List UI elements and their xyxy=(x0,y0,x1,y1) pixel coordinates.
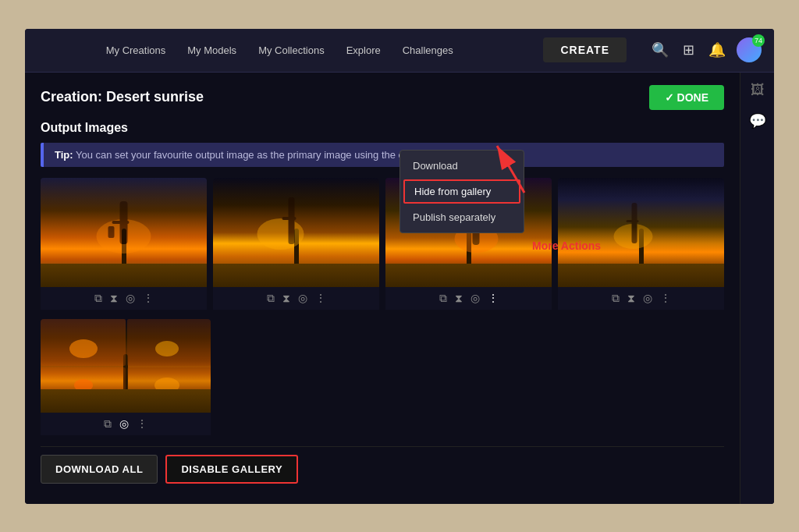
content-area: Creation: Desert sunrise ✓ DONE Output I… xyxy=(25,73,740,504)
image-card-2: ⧉ ⧗ ◎ ⋮ xyxy=(213,178,379,310)
svg-rect-12 xyxy=(627,220,639,222)
dropdown-download[interactable]: Download xyxy=(400,154,524,178)
hourglass-icon-3[interactable]: ⧗ xyxy=(455,292,463,305)
nav-links: My Creations My Models My Collections Ex… xyxy=(37,44,521,56)
nav-my-creations[interactable]: My Creations xyxy=(106,44,166,56)
svg-point-20 xyxy=(154,378,179,393)
bottom-bar: DOWNLOAD ALL DISABLE GALLERY xyxy=(41,446,724,491)
hourglass-icon-1[interactable]: ⧗ xyxy=(110,292,118,305)
disable-gallery-button[interactable]: DISABLE GALLERY xyxy=(165,455,298,484)
more-actions-label: More Actions xyxy=(532,239,601,252)
dropdown-hide-gallery[interactable]: Hide from gallery xyxy=(403,179,520,204)
avatar-badge: 74 xyxy=(752,34,765,47)
search-icon[interactable]: 🔍 xyxy=(648,38,672,62)
svg-rect-3 xyxy=(108,226,115,238)
bell-icon[interactable]: 🔔 xyxy=(705,38,729,62)
dots-icon-3[interactable]: ⋮ xyxy=(488,292,499,304)
image-thumb-1[interactable] xyxy=(41,178,207,287)
right-sidebar: 🖼 💬 xyxy=(740,73,774,504)
eye-icon-3[interactable]: ◎ xyxy=(471,292,480,304)
image-actions-3: ⧉ ⧗ ◎ ⋮ xyxy=(385,287,552,310)
nav-icons: 🔍 ⊞ 🔔 74 xyxy=(648,37,762,62)
dots-icon-1[interactable]: ⋮ xyxy=(143,292,154,304)
eye-icon-1[interactable]: ◎ xyxy=(126,292,135,304)
avatar[interactable]: 74 xyxy=(737,37,762,62)
image-card-1: ⧉ ⧗ ◎ ⋮ xyxy=(41,178,207,310)
eye-icon-4[interactable]: ◎ xyxy=(643,292,652,304)
svg-point-19 xyxy=(74,379,93,392)
svg-point-4 xyxy=(257,218,304,250)
eye-icon-5[interactable]: ◎ xyxy=(119,417,129,430)
image-card-5: ⧉ ◎ ⋮ xyxy=(41,319,211,435)
page-title: Creation: Desert sunrise xyxy=(41,89,204,105)
images-grid-top: ⧉ ⧗ ◎ ⋮ ⧉ xyxy=(41,178,724,310)
create-button[interactable]: CREATE xyxy=(543,37,627,62)
dots-icon-4[interactable]: ⋮ xyxy=(660,292,671,304)
svg-rect-6 xyxy=(282,217,297,220)
app-container: My Creations My Models My Collections Ex… xyxy=(25,29,774,504)
dots-icon-2[interactable]: ⋮ xyxy=(315,292,326,304)
copy-icon-3[interactable]: ⧉ xyxy=(439,292,447,305)
main-content: Creation: Desert sunrise ✓ DONE Output I… xyxy=(25,73,774,504)
svg-rect-2 xyxy=(112,221,130,224)
hourglass-icon-2[interactable]: ⧗ xyxy=(282,292,290,305)
eye-icon-2[interactable]: ◎ xyxy=(298,292,307,304)
tip-text: You can set your favourite output image … xyxy=(76,149,439,161)
hourglass-icon-4[interactable]: ⧗ xyxy=(627,292,635,305)
done-button[interactable]: ✓ DONE xyxy=(649,85,724,110)
section-title: Output Images xyxy=(41,121,724,135)
copy-icon-2[interactable]: ⧉ xyxy=(267,292,275,305)
tip-box: Tip: You can set your favourite output i… xyxy=(41,143,724,167)
svg-rect-15 xyxy=(41,367,126,413)
svg-point-17 xyxy=(69,339,98,358)
image-actions-4: ⧉ ⧗ ◎ ⋮ xyxy=(558,287,724,310)
comment-icon[interactable]: 💬 xyxy=(749,112,766,129)
dropdown-publish[interactable]: Publish separately xyxy=(400,205,524,229)
nav-explore[interactable]: Explore xyxy=(346,44,381,56)
grid-icon[interactable]: ⊞ xyxy=(680,38,698,62)
svg-rect-16 xyxy=(127,367,211,413)
image-thumb-4[interactable] xyxy=(558,178,724,287)
image-actions-2: ⧉ ⧗ ◎ ⋮ xyxy=(213,287,379,310)
image-thumb-2[interactable] xyxy=(213,178,379,287)
dropdown-menu: Download Hide from gallery Publish separ… xyxy=(400,150,524,233)
copy-icon-1[interactable]: ⧉ xyxy=(94,292,102,305)
copy-icon-4[interactable]: ⧉ xyxy=(612,292,620,305)
svg-rect-5 xyxy=(289,197,295,244)
tip-prefix: Tip: xyxy=(55,149,73,161)
image-thumb-5[interactable] xyxy=(41,319,211,413)
copy-icon-5[interactable]: ⧉ xyxy=(104,417,112,431)
navbar: My Creations My Models My Collections Ex… xyxy=(25,29,774,73)
nav-my-collections[interactable]: My Collections xyxy=(258,44,325,56)
dots-icon-5[interactable]: ⋮ xyxy=(137,417,147,430)
images-grid-bottom: ⧉ ◎ ⋮ xyxy=(41,319,724,435)
image-actions-1: ⧉ ⧗ ◎ ⋮ xyxy=(41,287,207,310)
svg-rect-11 xyxy=(632,203,637,243)
image-panel-icon[interactable]: 🖼 xyxy=(751,82,765,98)
page-header: Creation: Desert sunrise ✓ DONE xyxy=(41,85,724,110)
download-all-button[interactable]: DOWNLOAD ALL xyxy=(41,455,158,484)
nav-challenges[interactable]: Challenges xyxy=(403,44,453,56)
nav-my-models[interactable]: My Models xyxy=(187,44,236,56)
svg-point-18 xyxy=(155,341,179,356)
image-actions-5: ⧉ ◎ ⋮ xyxy=(41,413,211,435)
